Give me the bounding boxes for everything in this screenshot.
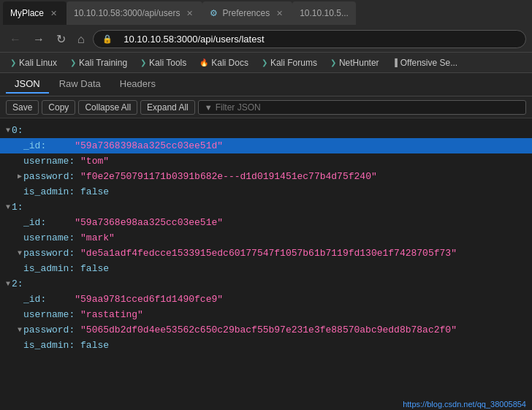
json-0-username[interactable]: username: "tom" <box>0 153 532 169</box>
bookmark-kali-linux-label: Kali Linux <box>19 58 57 68</box>
json-0-is-admin[interactable]: is_admin: false <box>0 184 532 200</box>
json-index-2[interactable]: ▼ 2: <box>0 276 532 292</box>
expand-all-button[interactable]: Expand All <box>140 100 195 115</box>
bookmark-kali-linux[interactable]: ❯ Kali Linux <box>4 56 63 70</box>
json-index-0[interactable]: ▼ 0: <box>0 123 532 138</box>
json-0-id[interactable]: _id: "59a7368398aa325cc03ee51d" <box>0 138 532 153</box>
json-2-id[interactable]: _id: "59aa9781cced6f1d1490fce9" <box>0 292 532 307</box>
bookmark-kali-forums-label: Kali Forums <box>270 58 317 68</box>
tab-preferences-close[interactable]: ✕ <box>274 8 285 19</box>
bookmark-kali-docs[interactable]: 🔥 Kali Docs <box>194 56 254 70</box>
nethunter-icon: ❯ <box>330 58 336 67</box>
kali-docs-icon: 🔥 <box>200 58 208 67</box>
tab-myplace-close[interactable]: ✕ <box>48 8 59 19</box>
json-content: ▼ 0: _id: "59a7368398aa325cc03ee51d" use… <box>0 118 532 394</box>
json-1-id[interactable]: _id: "59a7368e98aa325cc03ee51e" <box>0 215 532 230</box>
bookmark-kali-training[interactable]: ❯ Kali Training <box>64 56 133 70</box>
url-prefix <box>117 34 120 45</box>
kali-linux-icon: ❯ <box>10 58 16 67</box>
toggle-2-password[interactable]: ▼ <box>18 323 22 337</box>
filter-box[interactable]: ▼ <box>198 100 526 115</box>
bookmark-kali-docs-label: Kali Docs <box>211 58 248 68</box>
toggle-1[interactable]: ▼ <box>6 200 10 214</box>
kali-tools-icon: ❯ <box>140 58 146 67</box>
json-index-1[interactable]: ▼ 1: <box>0 200 532 215</box>
tab-myplace[interactable]: MyPlace ✕ <box>3 1 66 25</box>
json-0-password[interactable]: ▶ password: "f0e2e750791171b0391b682e---… <box>0 169 532 184</box>
tab-headers[interactable]: Headers <box>111 75 164 94</box>
tab-preferences-label: Preferences <box>222 8 270 18</box>
tab-api-users-label: 10.10.10.58:3000/api/users <box>74 8 180 18</box>
address-bar: ← → ↻ ⌂ 🔒 10.10.10.58:3000/api/users/lat… <box>0 26 532 53</box>
json-1-is-admin[interactable]: is_admin: false <box>0 261 532 276</box>
toggle-2[interactable]: ▼ <box>6 277 10 291</box>
forward-button[interactable]: → <box>29 31 48 48</box>
json-1-username[interactable]: username: "mark" <box>0 230 532 246</box>
home-button[interactable]: ⌂ <box>74 31 88 48</box>
bookmark-offensive-se-label: Offensive Se... <box>400 58 458 68</box>
status-bar: https://blog.csdn.net/qq_38005854 <box>397 398 532 410</box>
bookmark-kali-tools[interactable]: ❯ Kali Tools <box>134 56 192 70</box>
tab-api-users[interactable]: 10.10.10.58:3000/api/users ✕ <box>66 1 202 25</box>
copy-button[interactable]: Copy <box>42 100 75 115</box>
offensive-se-icon: ▐ <box>392 58 398 67</box>
reload-button[interactable]: ↻ <box>53 31 69 48</box>
kali-training-icon: ❯ <box>70 58 76 67</box>
status-text: https://blog.csdn.net/qq_38005854 <box>403 400 526 409</box>
lock-icon: 🔒 <box>102 34 113 44</box>
tab-4-label: 10.10.10.5... <box>300 8 349 18</box>
bookmark-kali-forums[interactable]: ❯ Kali Forums <box>256 56 323 70</box>
toggle-1-password[interactable]: ▼ <box>18 246 22 260</box>
gear-icon: ⚙ <box>210 8 218 18</box>
json-toolbar: Save Copy Collapse All Expand All ▼ <box>0 96 532 118</box>
kali-forums-icon: ❯ <box>262 58 267 67</box>
bookmarks-bar: ❯ Kali Linux ❯ Kali Training ❯ Kali Tool… <box>0 53 532 73</box>
tab-preferences[interactable]: ⚙ Preferences ✕ <box>202 1 292 25</box>
filter-icon: ▼ <box>205 103 213 112</box>
tab-4[interactable]: 10.10.10.5... <box>292 1 356 25</box>
tab-api-users-close[interactable]: ✕ <box>184 8 195 19</box>
back-button[interactable]: ← <box>6 31 25 48</box>
save-button[interactable]: Save <box>6 100 39 115</box>
json-viewer-tabs: JSON Raw Data Headers <box>0 73 532 96</box>
toggle-0-password[interactable]: ▶ <box>18 170 22 183</box>
tab-bar: MyPlace ✕ 10.10.10.58:3000/api/users ✕ ⚙… <box>0 0 532 26</box>
filter-input[interactable] <box>216 102 520 113</box>
bookmark-kali-tools-label: Kali Tools <box>149 58 186 68</box>
collapse-all-button[interactable]: Collapse All <box>78 100 137 115</box>
bookmark-kali-training-label: Kali Training <box>79 58 127 68</box>
json-1-password[interactable]: ▼ password: "de5a1adf4fedcce1533915edc60… <box>0 246 532 261</box>
url-bar[interactable]: 🔒 10.10.10.58:3000/api/users/latest <box>93 30 526 48</box>
url-full: 10.10.10.58:3000/api/users/latest <box>123 34 264 45</box>
json-2-password[interactable]: ▼ password: "5065db2df0d4ee53562c650c29b… <box>0 322 532 338</box>
bookmark-offensive-se[interactable]: ▐ Offensive Se... <box>387 56 464 70</box>
bookmark-nethunter-label: NetHunter <box>339 58 379 68</box>
tab-raw-data[interactable]: Raw Data <box>50 75 110 94</box>
tab-myplace-label: MyPlace <box>10 8 44 18</box>
bookmark-nethunter[interactable]: ❯ NetHunter <box>324 56 385 70</box>
json-2-is-admin[interactable]: is_admin: false <box>0 338 532 353</box>
toggle-0[interactable]: ▼ <box>6 124 10 137</box>
tab-json[interactable]: JSON <box>6 75 49 94</box>
json-2-username[interactable]: username: "rastating" <box>0 307 532 322</box>
